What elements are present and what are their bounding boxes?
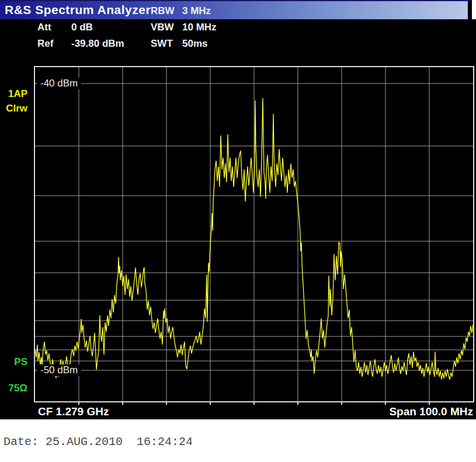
rbw-label: RBW (151, 5, 182, 17)
trace-mode-label: Clrw (0, 103, 27, 114)
swt-value: 50ms (182, 38, 207, 49)
ref-label: Ref (37, 38, 71, 50)
impedance-label: 75Ω (0, 383, 27, 394)
vbw-value: 10 MHz (182, 22, 217, 33)
att-label: Att (37, 22, 71, 33)
trace-number-label: 1AP (0, 88, 27, 100)
app-title: R&S Spectrum Analyzer (5, 3, 151, 17)
swt-setting: SWT50ms (151, 38, 207, 50)
ref-setting: Ref-39.80 dBm (37, 38, 124, 50)
graph-area: -40 dBm -50 dBm (34, 66, 474, 402)
instrument-panel: RBW3 MHz Att0 dB VBW10 MHz Ref-39.80 dBm… (0, 19, 476, 419)
spectrum-plot (35, 67, 473, 401)
att-value: 0 dB (71, 22, 93, 33)
status-ps-label: PS (0, 356, 27, 368)
vbw-setting: VBW10 MHz (151, 22, 217, 33)
rbw-setting: RBW3 MHz (151, 5, 211, 17)
vbw-label: VBW (151, 22, 182, 33)
center-frequency-readout: CF 1.279 GHz (34, 405, 109, 418)
title-bar: R&S Spectrum Analyzer (0, 0, 472, 19)
date-time-stamp: Date: 25.AUG.2010 16:24:24 (4, 435, 193, 449)
rbw-value: 3 MHz (182, 5, 211, 16)
ref-line-label-50dbm: -50 dBm (37, 364, 81, 376)
att-setting: Att0 dB (37, 22, 93, 33)
swt-label: SWT (151, 38, 182, 50)
screenshot-footer: Date: 25.AUG.2010 16:24:24 (0, 419, 476, 462)
frequency-row: CF 1.279 GHz Span 100.0 MHz (34, 404, 474, 420)
ref-value: -39.80 dBm (71, 38, 124, 49)
span-readout: Span 100.0 MHz (389, 405, 474, 418)
ref-line-label-40dbm: -40 dBm (37, 78, 81, 89)
